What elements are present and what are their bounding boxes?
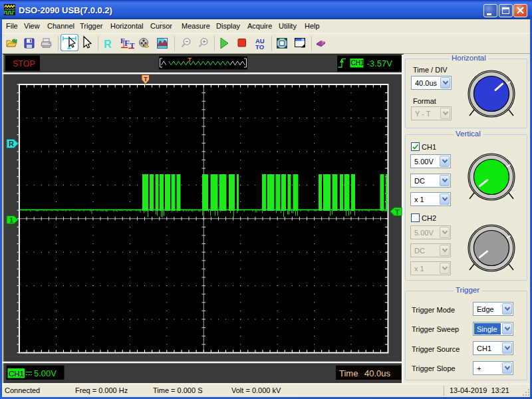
svg-text:T: T — [188, 57, 192, 63]
svg-text:T: T — [144, 76, 148, 82]
svg-text:Time: Time — [339, 368, 358, 378]
svg-text:1: 1 — [9, 216, 13, 224]
svg-text:T: T — [395, 208, 400, 216]
svg-text:STOP: STOP — [13, 59, 35, 68]
svg-text:40.0us: 40.0us — [364, 368, 391, 378]
svg-text:R: R — [9, 140, 14, 148]
svg-text:5.00V: 5.00V — [34, 368, 57, 378]
svg-text:CH1: CH1 — [351, 59, 364, 66]
svg-text:CH1: CH1 — [9, 370, 24, 378]
svg-text:-3.57V: -3.57V — [367, 59, 393, 68]
